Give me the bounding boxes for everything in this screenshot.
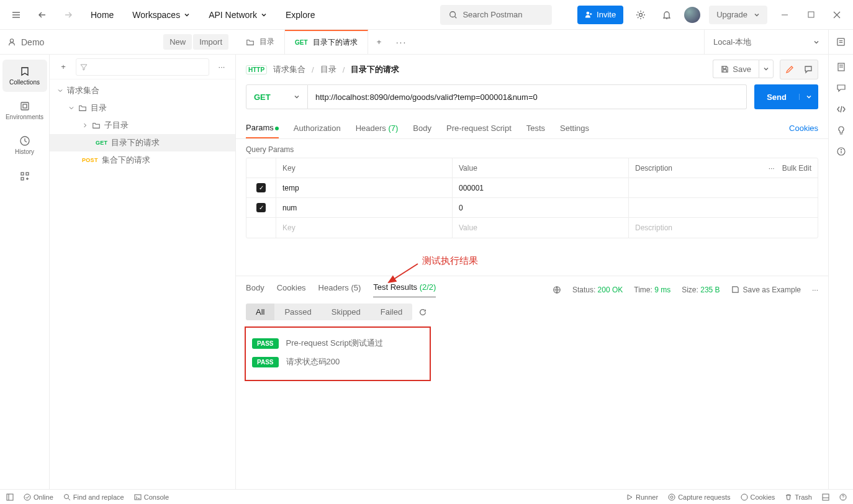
footer-console[interactable]: Console xyxy=(134,493,169,501)
add-tab-button[interactable]: + xyxy=(368,30,390,54)
param-value-input[interactable]: 0 xyxy=(453,198,629,217)
tab-folder[interactable]: 目录 xyxy=(236,30,285,54)
tree-subfolder[interactable]: 子目录 xyxy=(50,117,235,134)
menu-icon[interactable] xyxy=(7,6,25,24)
nav-api-network[interactable]: API Network xyxy=(204,6,272,24)
tab-request-active[interactable]: GET 目录下的请求 xyxy=(285,30,368,54)
new-button[interactable]: New xyxy=(163,34,192,50)
leftnav-collections[interactable]: Collections xyxy=(2,60,47,92)
annotation-arrow xyxy=(384,261,421,286)
upgrade-button[interactable]: Upgrade xyxy=(709,6,767,24)
leftnav-history[interactable]: History xyxy=(2,129,47,161)
tab-params[interactable]: Params xyxy=(246,118,279,138)
filter-failed[interactable]: Failed xyxy=(371,304,412,320)
tab-more-icon[interactable]: ··· xyxy=(390,30,413,54)
filter-skipped[interactable]: Skipped xyxy=(322,304,371,320)
back-icon[interactable] xyxy=(34,6,51,24)
method-select[interactable]: GET xyxy=(246,84,308,109)
footer-runner[interactable]: Runner xyxy=(626,493,658,501)
tab-settings[interactable]: Settings xyxy=(560,119,589,138)
save-button[interactable]: Save xyxy=(713,60,759,78)
environment-select[interactable]: Local-本地 xyxy=(704,30,828,54)
footer-cookies[interactable]: Cookies xyxy=(741,493,775,501)
avatar[interactable] xyxy=(684,7,700,23)
footer-find[interactable]: Find and replace xyxy=(63,493,124,501)
search-placeholder: Search Postman xyxy=(463,10,522,19)
nav-explore[interactable]: Explore xyxy=(281,6,320,24)
filter-input[interactable] xyxy=(76,58,209,76)
footer-trash[interactable]: Trash xyxy=(785,493,812,501)
method-badge: GET xyxy=(96,140,107,146)
footer-help-icon[interactable] xyxy=(839,493,847,501)
docs-icon[interactable] xyxy=(836,62,846,72)
close-window-icon[interactable] xyxy=(828,6,846,24)
param-desc-input[interactable] xyxy=(629,178,818,197)
tab-authorization[interactable]: Authorization xyxy=(294,119,341,138)
param-key-input[interactable]: temp xyxy=(276,178,453,197)
save-dropdown[interactable] xyxy=(759,60,774,78)
tab-prerequest[interactable]: Pre-request Script xyxy=(446,119,512,138)
forward-icon[interactable] xyxy=(60,6,77,24)
settings-icon[interactable] xyxy=(632,6,649,24)
globe-icon[interactable] xyxy=(553,286,561,294)
sidebar-more-icon[interactable]: ··· xyxy=(213,58,230,76)
param-desc-input[interactable] xyxy=(629,198,818,217)
search-input[interactable]: Search Postman xyxy=(440,5,552,25)
tree-collection[interactable]: 请求集合 xyxy=(50,82,235,99)
footer-layout-icon[interactable] xyxy=(822,493,829,501)
send-button[interactable]: Send xyxy=(754,92,799,102)
tree-request-selected[interactable]: GET 目录下的请求 xyxy=(50,134,235,151)
leftnav-configure[interactable] xyxy=(2,164,47,189)
minimize-icon[interactable] xyxy=(776,6,793,24)
env-quicklook-icon[interactable] xyxy=(828,30,853,54)
comments-icon[interactable] xyxy=(836,83,846,93)
svg-rect-33 xyxy=(135,495,141,500)
filter-all[interactable]: All xyxy=(246,304,274,320)
resp-more-icon[interactable]: ··· xyxy=(812,286,818,294)
footer-online[interactable]: Online xyxy=(24,493,53,501)
code-icon[interactable] xyxy=(836,104,846,114)
resp-tab-headers[interactable]: Headers (5) xyxy=(318,283,361,297)
footer-panel-icon[interactable] xyxy=(6,493,14,501)
add-collection-icon[interactable]: + xyxy=(55,58,72,76)
param-checkbox[interactable]: ✓ xyxy=(256,183,266,192)
param-desc-placeholder[interactable]: Description xyxy=(629,218,818,238)
edit-icon[interactable] xyxy=(780,60,799,79)
send-dropdown[interactable] xyxy=(799,94,818,100)
tab-body[interactable]: Body xyxy=(413,119,431,138)
resp-tab-body[interactable]: Body xyxy=(246,283,264,297)
url-input[interactable]: http://localhost:8090/demo/goods/valid?t… xyxy=(308,84,747,109)
resp-tab-cookies[interactable]: Cookies xyxy=(277,283,306,297)
filter-passed[interactable]: Passed xyxy=(274,304,321,320)
tree-folder[interactable]: 目录 xyxy=(50,99,235,117)
param-value-placeholder[interactable]: Value xyxy=(453,218,629,238)
nav-home[interactable]: Home xyxy=(86,6,119,24)
refresh-icon[interactable] xyxy=(418,308,427,317)
leftnav-environments[interactable]: Environments xyxy=(2,94,47,127)
info-icon[interactable] xyxy=(836,146,846,156)
breadcrumb-link[interactable]: 目录 xyxy=(320,64,336,75)
tree-request[interactable]: POST 集合下的请求 xyxy=(50,151,235,169)
hint-icon[interactable] xyxy=(836,125,846,135)
col-options-icon[interactable]: ··· xyxy=(769,164,775,173)
status-label: Status: 200 OK xyxy=(572,286,623,294)
param-value-input[interactable]: 000001 xyxy=(453,178,629,197)
bulk-edit-link[interactable]: Bulk Edit xyxy=(782,164,811,173)
param-key-input[interactable]: num xyxy=(276,198,453,217)
invite-button[interactable]: Invite xyxy=(577,6,623,24)
notifications-icon[interactable] xyxy=(658,6,675,24)
workspace-name[interactable]: Demo xyxy=(7,37,44,47)
test-result-text: 请求状态码200 xyxy=(286,356,340,367)
nav-workspaces[interactable]: Workspaces xyxy=(127,6,195,24)
import-button[interactable]: Import xyxy=(193,34,228,50)
footer-capture[interactable]: Capture requests xyxy=(668,493,730,501)
save-example-button[interactable]: Save as Example xyxy=(731,286,801,294)
tab-headers[interactable]: Headers (7) xyxy=(356,119,399,138)
comment-icon[interactable] xyxy=(799,60,818,79)
maximize-icon[interactable] xyxy=(802,6,819,24)
breadcrumb-link[interactable]: 请求集合 xyxy=(273,64,305,75)
tab-tests[interactable]: Tests xyxy=(526,119,545,138)
param-key-placeholder[interactable]: Key xyxy=(276,218,453,238)
cookies-link[interactable]: Cookies xyxy=(789,124,818,133)
param-checkbox[interactable]: ✓ xyxy=(256,203,266,212)
